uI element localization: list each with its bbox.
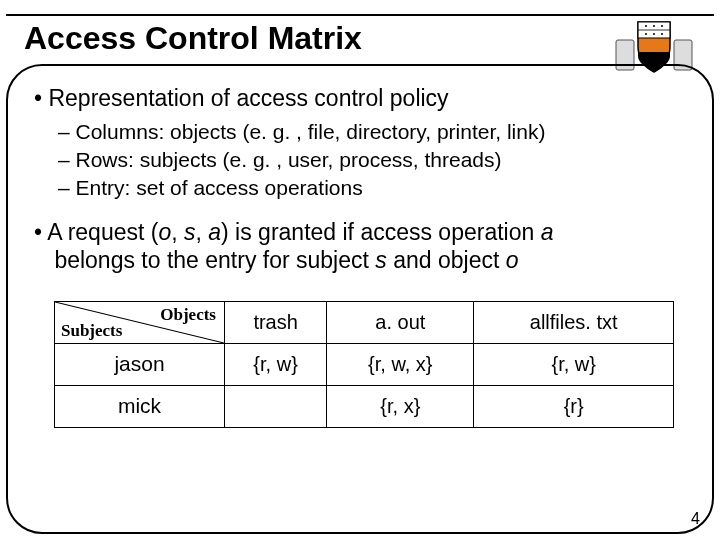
corner-objects-label: Objects	[160, 304, 216, 325]
var-s: s	[375, 247, 387, 273]
cell: {r, w}	[225, 344, 327, 386]
var-a: a	[541, 219, 554, 245]
slide-frame: Access Control Matrix • Representation o…	[6, 6, 714, 534]
svg-point-8	[661, 33, 663, 35]
slide-title: Access Control Matrix	[24, 20, 362, 57]
table-row: jason {r, w} {r, w, x} {r, w}	[55, 344, 674, 386]
var-o: o	[506, 247, 519, 273]
cell: {r}	[474, 386, 674, 428]
svg-point-3	[645, 25, 647, 27]
text: belongs to the entry for subject	[48, 247, 375, 273]
bullet-2: • A request (o, s, a) is granted if acce…	[34, 218, 686, 276]
table-row: Objects Subjects trash a. out allfiles. …	[55, 302, 674, 344]
var-a: a	[208, 219, 221, 245]
col-header: trash	[225, 302, 327, 344]
col-header: a. out	[327, 302, 474, 344]
col-header: allfiles. txt	[474, 302, 674, 344]
cell: {r, x}	[327, 386, 474, 428]
text: ) is granted if access operation	[221, 219, 541, 245]
var-s: s	[184, 219, 196, 245]
bullet-1-sub-3: – Entry: set of access operations	[58, 175, 686, 201]
corner-subjects-label: Subjects	[61, 320, 122, 341]
bullet-1-sub-1: – Columns: objects (e. g. , file, direct…	[58, 119, 686, 145]
table-corner-cell: Objects Subjects	[55, 302, 225, 344]
svg-point-5	[661, 25, 663, 27]
slide-content: • Representation of access control polic…	[34, 84, 686, 524]
text: • A request (	[34, 219, 158, 245]
text: ,	[195, 219, 208, 245]
cell: {r, w}	[474, 344, 674, 386]
cell	[225, 386, 327, 428]
text: and object	[387, 247, 506, 273]
text: ,	[171, 219, 184, 245]
bullet-1: • Representation of access control polic…	[34, 84, 686, 113]
cell: {r, w, x}	[327, 344, 474, 386]
var-o: o	[158, 219, 171, 245]
page-number: 4	[691, 510, 700, 528]
table-row: mick {r, x} {r}	[55, 386, 674, 428]
access-control-matrix-table: Objects Subjects trash a. out allfiles. …	[54, 301, 674, 428]
bullet-1-sub-2: – Rows: subjects (e. g. , user, process,…	[58, 147, 686, 173]
row-header: jason	[55, 344, 225, 386]
svg-point-6	[645, 33, 647, 35]
row-header: mick	[55, 386, 225, 428]
svg-point-7	[653, 33, 655, 35]
svg-point-4	[653, 25, 655, 27]
top-divider	[6, 14, 714, 16]
